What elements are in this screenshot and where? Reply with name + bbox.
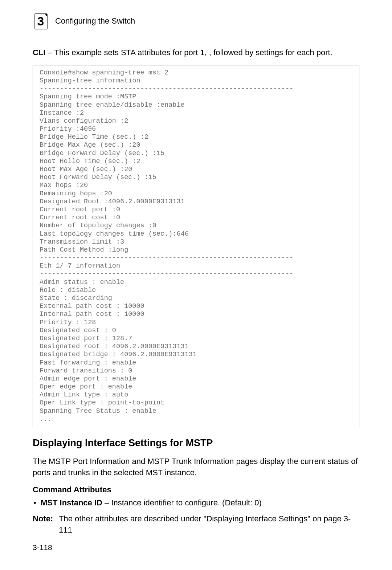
attribute-description: – Instance identifier to configure. (Def… <box>102 498 262 507</box>
intro-paragraph: CLI – This example sets STA attributes f… <box>33 47 359 58</box>
page-number: 3-118 <box>33 543 52 552</box>
command-attributes-heading: Command Attributes <box>33 485 359 494</box>
page: 3 Configuring the Switch CLI – This exam… <box>0 0 392 570</box>
section-description: The MSTP Port Information and MSTP Trunk… <box>33 456 359 479</box>
chapter-icon: 3 <box>33 12 50 30</box>
intro-lead-rest: – This example sets STA attributes for p… <box>45 48 332 57</box>
attribute-name: MST Instance ID <box>41 498 102 507</box>
note-label: Note: <box>33 513 59 536</box>
intro-lead-bold: CLI <box>33 48 45 57</box>
section-heading: Displaying Interface Settings for MSTP <box>33 437 359 449</box>
cli-output-block: Console#show spanning-tree mst 2 Spannin… <box>33 65 359 427</box>
svg-text:3: 3 <box>37 15 44 28</box>
note-text: The other attributes are described under… <box>59 513 359 536</box>
header-title: Configuring the Switch <box>55 16 135 26</box>
attribute-bullet: MST Instance ID – Instance identifier to… <box>33 497 359 509</box>
page-header: 3 Configuring the Switch <box>33 12 359 30</box>
note-line: Note: The other attributes are described… <box>33 513 359 536</box>
